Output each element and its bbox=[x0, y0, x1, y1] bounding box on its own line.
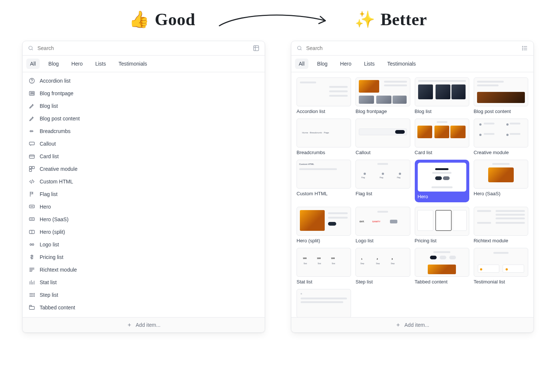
grid-card-richtext[interactable]: Richtext module bbox=[474, 207, 528, 243]
list-item[interactable]: Breadcrumbs bbox=[26, 125, 261, 137]
list-item-label: Accordion list bbox=[40, 78, 70, 84]
tab-blog[interactable]: Blog bbox=[45, 59, 63, 69]
grid-card-label: Step list bbox=[355, 279, 410, 285]
list-item[interactable]: Logo list bbox=[26, 238, 261, 251]
grid-card-logo-list[interactable]: EXT.SANITYLogo list bbox=[355, 207, 410, 243]
list-item[interactable]: Tabbed content bbox=[26, 301, 261, 314]
grid-card-label: Flag list bbox=[355, 191, 410, 196]
grid-card-label: Hero (split) bbox=[297, 238, 351, 243]
add-item-button[interactable]: Add item... bbox=[291, 318, 533, 332]
grid-icon bbox=[253, 45, 259, 52]
grid-card-blog-post[interactable]: Blog post content bbox=[474, 77, 528, 114]
headline-better: ✨ Better bbox=[355, 10, 427, 29]
list-item[interactable]: Blog frontpage bbox=[26, 87, 261, 100]
grid-card-hero-saas[interactable]: Hero (SaaS) bbox=[474, 160, 528, 202]
list-item[interactable]: Blog post content bbox=[26, 112, 261, 125]
tab-blog[interactable]: Blog bbox=[314, 59, 331, 69]
list-item-label: Blog list bbox=[40, 103, 58, 109]
thumbnail bbox=[297, 207, 351, 236]
list-item-label: Hero (SaaS) bbox=[40, 216, 69, 222]
grid-card-label: Logo list bbox=[355, 238, 410, 243]
list-item[interactable]: Step list bbox=[26, 289, 261, 301]
grid-card-hero-split[interactable]: Hero (split) bbox=[297, 207, 351, 243]
grid-card-custom-html[interactable]: Custom HTMLCustom HTML bbox=[297, 160, 351, 202]
view-toggle[interactable] bbox=[253, 45, 259, 52]
view-toggle[interactable] bbox=[522, 45, 528, 52]
thumbnail bbox=[415, 77, 469, 106]
grid-card-stat-list[interactable]: 100Stat100Stat100StatStat list bbox=[297, 248, 351, 285]
grid-card-label: Testimonial list bbox=[474, 279, 528, 285]
tabs-icon bbox=[29, 304, 35, 311]
grid-card-step-list[interactable]: 1Step2Step3StepStep list bbox=[355, 248, 410, 285]
split-icon bbox=[29, 229, 35, 235]
list-item[interactable]: Card list bbox=[26, 150, 261, 163]
list-item-label: Creative module bbox=[40, 166, 77, 172]
list-item-label: Breadcrumbs bbox=[40, 128, 70, 134]
plus-icon bbox=[396, 322, 401, 328]
thumbnail bbox=[418, 163, 466, 192]
search-input[interactable] bbox=[37, 45, 250, 52]
tab-hero[interactable]: Hero bbox=[68, 59, 86, 69]
tab-all[interactable]: All bbox=[295, 59, 308, 69]
list-item-label: Flag list bbox=[40, 191, 57, 197]
svg-point-16 bbox=[34, 295, 34, 295]
search-bar bbox=[291, 41, 533, 56]
tab-hero[interactable]: Hero bbox=[337, 59, 355, 69]
tab-lists[interactable]: Lists bbox=[360, 59, 378, 69]
list: Accordion listBlog frontpageBlog listBlo… bbox=[23, 72, 265, 326]
list-item-label: Step list bbox=[40, 292, 58, 298]
add-item-button[interactable]: Add item... bbox=[23, 318, 265, 332]
tab-lists[interactable]: Lists bbox=[92, 59, 110, 69]
list-item[interactable]: Custom HTML bbox=[26, 175, 261, 188]
hero-icon bbox=[29, 216, 35, 223]
list-item[interactable]: Richtext module bbox=[26, 263, 261, 276]
grid-card-label: Pricing list bbox=[415, 238, 469, 243]
list-item-label: Callout bbox=[40, 141, 56, 147]
hero-icon bbox=[29, 203, 35, 210]
tab-testimonials[interactable]: Testimonials bbox=[115, 59, 151, 69]
grid-card-flag-list[interactable]: FlagFlagFlagFlag list bbox=[355, 160, 410, 202]
stats-icon bbox=[29, 279, 35, 286]
question-icon bbox=[29, 77, 35, 84]
list-item[interactable]: Blog list bbox=[26, 100, 261, 112]
grid-card-blog-list[interactable]: Blog list bbox=[415, 77, 469, 114]
thumbnail bbox=[297, 77, 351, 106]
grid-card-breadcrumbs[interactable]: Home · Breadcrumb · PageBreadcrumbs bbox=[297, 119, 351, 155]
grid-card-card-list[interactable]: Card list bbox=[415, 119, 469, 155]
thumbnail bbox=[355, 77, 410, 106]
list-item-label: Blog frontpage bbox=[40, 90, 73, 96]
list-item[interactable]: Callout bbox=[26, 137, 261, 150]
grid-card-label: Custom HTML bbox=[297, 191, 351, 196]
search-input[interactable] bbox=[305, 45, 519, 52]
grid-card-accordion[interactable]: Accordion list bbox=[297, 77, 351, 114]
tab-all[interactable]: All bbox=[26, 59, 40, 69]
list-item[interactable]: Creative module bbox=[26, 163, 261, 175]
grid-card-testimonial[interactable]: Testimonial list bbox=[474, 248, 528, 285]
svg-rect-6 bbox=[29, 155, 34, 158]
list-item[interactable]: Flag list bbox=[26, 188, 261, 200]
plus-icon bbox=[127, 322, 132, 328]
list-item[interactable]: Pricing list bbox=[26, 251, 261, 263]
grid-card-creative[interactable]: Creative module bbox=[474, 119, 528, 155]
grid-card-callout[interactable]: Callout bbox=[355, 119, 410, 155]
grid: Accordion listBlog frontpageBlog listBlo… bbox=[291, 72, 533, 323]
list-item[interactable]: Hero bbox=[26, 200, 261, 213]
grid-card-hero[interactable]: Hero bbox=[415, 160, 469, 202]
grid-card-tabbed[interactable]: Tabbed content bbox=[415, 248, 469, 285]
thumbnail bbox=[474, 207, 528, 236]
list-item-label: Tabbed content bbox=[40, 305, 75, 310]
thumbnail: 1Step2Step3Step bbox=[355, 248, 410, 277]
list-item[interactable]: Hero (SaaS) bbox=[26, 213, 261, 226]
grid-card-label: Breadcrumbs bbox=[297, 150, 351, 155]
list-item[interactable]: Stat list bbox=[26, 276, 261, 289]
thumbnail bbox=[474, 77, 528, 106]
grid-card-quote-extra[interactable]: “ bbox=[297, 289, 351, 318]
grid-card-pricing[interactable]: Pricing list bbox=[415, 207, 469, 243]
svg-point-14 bbox=[32, 244, 34, 246]
list-item[interactable]: Hero (split) bbox=[26, 226, 261, 238]
list-item[interactable]: Accordion list bbox=[26, 74, 261, 87]
code-icon bbox=[29, 178, 35, 185]
tab-testimonials[interactable]: Testimonials bbox=[384, 59, 420, 69]
svg-point-0 bbox=[29, 46, 32, 50]
grid-card-blog-front[interactable]: Blog frontpage bbox=[355, 77, 410, 114]
